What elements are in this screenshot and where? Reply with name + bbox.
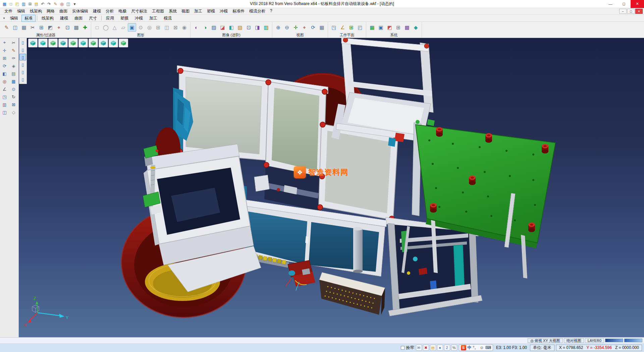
- solid-point-icon[interactable]: ◉: [180, 23, 189, 32]
- minimize-button[interactable]: —: [604, 0, 617, 8]
- viewcube-iso-4[interactable]: [119, 39, 128, 47]
- color-bar-1[interactable]: [605, 339, 623, 342]
- grid-filter-icon[interactable]: ⊞: [37, 23, 46, 32]
- color-bar-2[interactable]: [624, 339, 642, 342]
- menu-electrode[interactable]: 电极: [116, 8, 129, 14]
- doc-slot-5-icon[interactable]: ▯: [19, 69, 26, 75]
- menu-file[interactable]: 文件: [2, 8, 15, 14]
- menu-modeling[interactable]: 建模: [91, 8, 103, 14]
- undo-icon[interactable]: ↶: [40, 1, 46, 7]
- rail-columns-icon[interactable]: ◫: [0, 108, 9, 116]
- percent-icon[interactable]: %: [451, 345, 457, 351]
- rail-select-icon[interactable]: ⌖: [0, 39, 9, 46]
- wireframe-box-icon[interactable]: □: [93, 23, 101, 32]
- edit-attributes-icon[interactable]: ✎: [2, 23, 11, 32]
- record-icon[interactable]: ◎: [59, 1, 65, 7]
- sogou-logo-icon[interactable]: S: [461, 345, 466, 350]
- rail-mesh-icon[interactable]: ▦: [9, 78, 18, 85]
- ime-emoji-icon[interactable]: ☺: [480, 345, 484, 350]
- save-icon[interactable]: ▥: [20, 1, 27, 7]
- cut-filter-icon[interactable]: ✂: [29, 23, 37, 32]
- menu-edit[interactable]: 编辑: [15, 8, 28, 14]
- doc-slot-4-icon[interactable]: ▯: [19, 61, 26, 68]
- gradient-bg-icon[interactable]: ◨: [253, 23, 262, 32]
- tab-flow[interactable]: 模流: [161, 15, 175, 22]
- tab-dimension[interactable]: 尺寸: [86, 15, 100, 22]
- workplane-origin-icon[interactable]: ◰: [356, 23, 364, 32]
- export-icon[interactable]: ▤: [33, 1, 40, 7]
- mail-icon[interactable]: ✉: [416, 345, 422, 351]
- viewport-3d[interactable]: X Y Z: [0, 38, 644, 337]
- shading-icon[interactable]: ◐: [192, 23, 201, 32]
- rail-panel-icon[interactable]: ▤: [9, 70, 18, 77]
- rail-angle-icon[interactable]: ∠: [0, 85, 9, 93]
- child-restore-button[interactable]: ◻: [627, 9, 635, 14]
- tab-machining[interactable]: 加工: [146, 15, 160, 22]
- menu-solid-edit[interactable]: 实体编辑: [70, 8, 91, 14]
- new-doc-icon[interactable]: □: [8, 1, 14, 7]
- ime-language-toggle[interactable]: 中: [468, 345, 472, 351]
- open-doc-icon[interactable]: ◰: [14, 1, 20, 7]
- tab-standard[interactable]: 标准: [21, 15, 36, 22]
- quick-access-dropdown[interactable]: ▾: [71, 1, 78, 7]
- import-icon[interactable]: ⊞: [27, 1, 33, 7]
- copy-attributes-icon[interactable]: ◫: [11, 23, 19, 32]
- rail-half-icon[interactable]: ◧: [0, 70, 9, 77]
- menu-machining[interactable]: 加工: [192, 8, 205, 14]
- tab-molding[interactable]: 塑膜: [117, 15, 131, 22]
- rail-probe-icon[interactable]: ◎: [0, 78, 9, 85]
- rail-quadrant-icon[interactable]: ◳: [0, 93, 9, 100]
- viewcube-bottom[interactable]: [99, 39, 108, 47]
- rail-grid-icon[interactable]: ⊞: [0, 54, 9, 62]
- zoom-in-icon[interactable]: ⊕: [274, 23, 282, 32]
- rail-move-icon[interactable]: ✛: [0, 47, 9, 54]
- system-table-icon[interactable]: ⊞: [394, 23, 402, 32]
- redo-icon[interactable]: ↷: [46, 1, 52, 7]
- close-button[interactable]: ✕: [631, 0, 644, 8]
- workplane-angle-icon[interactable]: ∠: [338, 23, 347, 32]
- shaded-box-icon[interactable]: ▣: [128, 23, 136, 32]
- doc-slot-2-icon[interactable]: ▯: [19, 46, 26, 53]
- menu-wireframe[interactable]: 线架构: [28, 8, 44, 14]
- maximize-button[interactable]: ◻: [617, 0, 631, 8]
- edit-icon[interactable]: ✎: [52, 1, 59, 7]
- ime-keyboard-icon[interactable]: ⌨: [485, 345, 491, 350]
- system-palette-icon[interactable]: ▦: [368, 23, 376, 32]
- tab-die[interactable]: 冲模: [132, 15, 146, 22]
- absolute-view-segment[interactable]: 绝对视图: [564, 338, 584, 343]
- system-monitor-icon[interactable]: ▣: [377, 23, 385, 32]
- count-icon[interactable]: 2: [444, 345, 450, 351]
- menu-flow-analysis[interactable]: 模流分析: [247, 8, 268, 14]
- cone-primitive-icon[interactable]: △: [110, 23, 119, 32]
- app-logo-icon[interactable]: ▦: [1, 1, 8, 7]
- transparency-icon[interactable]: ◧: [227, 23, 235, 32]
- box-select-icon[interactable]: ⊡: [63, 23, 72, 32]
- bounding-box-icon[interactable]: ⊠: [171, 23, 180, 32]
- rail-gem-icon[interactable]: ◈: [9, 62, 18, 70]
- system-gem-icon[interactable]: ◆: [412, 23, 420, 32]
- window-icon[interactable]: ◫: [65, 1, 71, 7]
- viewcube-left[interactable]: [78, 39, 88, 47]
- viewcube-iso-3[interactable]: [109, 39, 118, 47]
- fit-view-icon[interactable]: ▦: [318, 23, 326, 32]
- highlight-icon[interactable]: ◪: [218, 23, 227, 32]
- viewcube-front[interactable]: [58, 39, 68, 47]
- menu-mesh[interactable]: 网格: [44, 8, 57, 14]
- zoom-out-icon[interactable]: ⊖: [283, 23, 291, 32]
- menu-die[interactable]: 冲模: [217, 8, 230, 14]
- layer-segment[interactable]: LAYER0: [585, 338, 604, 343]
- block-grid-icon[interactable]: ⊞: [154, 23, 162, 32]
- zoom-window-icon[interactable]: ⌖: [300, 23, 309, 32]
- viewcube-iso-1[interactable]: [28, 39, 38, 47]
- edge-display-icon[interactable]: ▧: [236, 23, 244, 32]
- cylinder-primitive-icon[interactable]: ◯: [102, 23, 110, 32]
- target-filter-icon[interactable]: ⌖: [55, 23, 63, 32]
- hatch-filter-icon[interactable]: ▩: [72, 23, 80, 32]
- system-layers-icon[interactable]: ◩: [385, 23, 394, 32]
- view-mode-segment[interactable]: ◎ 俯视 XY 大视图: [528, 338, 562, 343]
- menu-standard-parts[interactable]: 标准件: [230, 8, 247, 14]
- tab-application[interactable]: 应用: [103, 15, 117, 22]
- info-icon[interactable]: ●: [437, 345, 443, 351]
- doc-slot-1-icon[interactable]: ▯: [19, 39, 26, 46]
- split-solid-icon[interactable]: ◫: [163, 23, 171, 32]
